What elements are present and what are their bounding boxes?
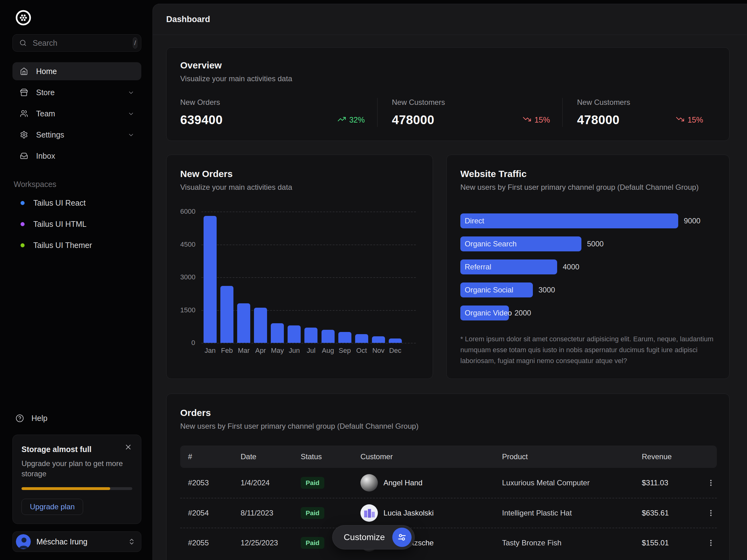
row-menu-button[interactable] <box>704 476 718 490</box>
table-row: #205512/25/2023PaidShem NitzscheTasty Br… <box>180 528 717 558</box>
column-header-date: Date <box>240 452 301 461</box>
traffic-row-direct: Direct9000 <box>460 213 716 229</box>
cell-order-id: #2054 <box>188 509 240 517</box>
sidebar-nav: HomeStoreTeamSettingsInbox <box>12 62 141 165</box>
orders-card: Orders New users by First user primary c… <box>166 394 729 560</box>
traffic-bar-organic-search: Organic Search <box>460 236 582 251</box>
sidebar-item-label: Team <box>36 109 128 118</box>
x-axis-tick: Feb <box>221 347 233 355</box>
workspace-list: Tailus UI ReactTailus UI HTMLTailus UI T… <box>12 194 141 254</box>
home-icon <box>20 67 28 75</box>
chevron-down-icon <box>128 89 134 96</box>
column-header-revenue: Revenue <box>642 452 704 461</box>
customer-name: Angel Hand <box>383 479 422 487</box>
sidebar-item-home[interactable]: Home <box>12 62 141 80</box>
new-orders-chart-subtitle: Visualize your main activities data <box>180 183 419 192</box>
page-title: Dashboard <box>166 15 210 24</box>
cell-order-id: #2053 <box>188 479 240 487</box>
traffic-row-organic-video: Organic Video2000 <box>460 305 716 320</box>
search-shortcut-key: / <box>133 37 137 49</box>
main-panel: Dashboard Overview Visualize your main a… <box>153 4 747 560</box>
website-traffic-subtitle: New users by First user primary channel … <box>460 183 716 192</box>
bar-may <box>271 323 284 343</box>
traffic-bar-label: Referral <box>465 263 491 271</box>
stat-trend-value: 15% <box>688 115 703 125</box>
website-traffic-title: Website Traffic <box>460 169 716 179</box>
user-menu[interactable]: Méschac Irung <box>12 531 141 552</box>
upgrade-plan-button[interactable]: Upgrade plan <box>22 499 83 515</box>
cell-status: Paid <box>301 507 360 519</box>
bar-jun <box>288 325 301 343</box>
x-axis-labels: JanFebMarAprMayJunJulAugSepOctNovDec <box>204 347 402 355</box>
help-icon <box>16 414 24 423</box>
search-box[interactable]: / <box>12 34 141 52</box>
x-axis-tick: Oct <box>355 347 368 355</box>
y-axis-tick: 6000 <box>180 208 195 216</box>
chevrons-up-down-icon <box>128 538 135 545</box>
stat-new-customers: New Customers47800015% <box>377 98 562 127</box>
overview-subtitle: Visualize your main activities data <box>180 74 716 83</box>
status-badge: Paid <box>301 537 324 549</box>
column-header-status: Status <box>301 452 360 461</box>
stats-row: New Orders63940032%New Customers47800015… <box>180 98 716 127</box>
y-axis-tick: 0 <box>180 339 195 347</box>
x-axis-tick: Mar <box>237 347 250 355</box>
sidebar-item-label: Home <box>36 67 134 76</box>
team-icon <box>20 109 28 117</box>
cell-customer: Angel Hand <box>360 474 502 491</box>
traffic-row-organic-search: Organic Search5000 <box>460 236 716 251</box>
workspace-item-tailus-ui-html[interactable]: Tailus UI HTML <box>12 215 141 233</box>
traffic-bar-direct: Direct <box>460 213 678 229</box>
bars <box>204 212 402 343</box>
stat-label: New Customers <box>392 98 550 107</box>
traffic-bar-organic-video: Organic Video <box>460 305 509 320</box>
row-menu-button[interactable] <box>704 536 718 550</box>
y-axis-tick: 1500 <box>180 306 195 314</box>
chevron-down-icon <box>128 110 134 117</box>
cell-date: 1/4/2024 <box>240 479 301 487</box>
stat-trend: 15% <box>522 115 550 125</box>
cell-order-id: #2055 <box>188 538 240 547</box>
bar-oct <box>355 334 368 343</box>
user-name: Méschac Irung <box>36 537 128 546</box>
workspace-dot-icon <box>21 201 25 205</box>
sidebar-item-settings[interactable]: Settings <box>12 126 141 144</box>
stat-trend-value: 15% <box>535 115 550 125</box>
row-menu-button[interactable] <box>704 506 718 520</box>
traffic-bar-label: Organic Search <box>465 240 517 248</box>
workspace-item-tailus-ui-themer[interactable]: Tailus UI Themer <box>12 236 141 254</box>
gridline <box>201 343 416 344</box>
x-axis-tick: Aug <box>321 347 335 355</box>
sidebar-item-store[interactable]: Store <box>12 83 141 101</box>
traffic-bar-value: 9000 <box>684 216 700 225</box>
table-body: #20531/4/2024PaidAngel HandLuxurious Met… <box>180 468 717 558</box>
bar-sep <box>338 332 352 343</box>
workspace-dot-icon <box>21 222 25 226</box>
overview-title: Overview <box>180 60 716 71</box>
chevron-down-icon <box>128 131 134 138</box>
workspace-item-tailus-ui-react[interactable]: Tailus UI React <box>12 194 141 212</box>
traffic-footnote: * Lorem ipsum dolor sit amet consectetur… <box>460 334 716 367</box>
sidebar-item-inbox[interactable]: Inbox <box>12 147 141 165</box>
traffic-bar-value: 3000 <box>538 286 555 294</box>
cell-product: Luxurious Metal Computer <box>502 479 642 487</box>
stat-label: New Orders <box>180 98 365 107</box>
sidebar-item-help[interactable]: Help <box>12 410 141 427</box>
customize-button[interactable]: Customize <box>332 525 415 550</box>
sidebar-item-team[interactable]: Team <box>12 105 141 123</box>
avatar <box>360 504 378 522</box>
overview-card: Overview Visualize your main activities … <box>166 47 729 141</box>
close-icon[interactable] <box>124 443 132 451</box>
workspace-label: Tailus UI Themer <box>33 241 92 250</box>
stat-new-customers: New Customers47800015% <box>562 98 716 127</box>
column-header-customer: Customer <box>360 452 502 461</box>
workspace-label: Tailus UI HTML <box>33 220 86 229</box>
workspace-dot-icon <box>21 243 25 247</box>
x-axis-tick: Dec <box>389 347 402 355</box>
bar-jan <box>204 216 216 343</box>
cell-customer: Lucia Jaskolski <box>360 504 502 522</box>
search-icon <box>19 39 27 47</box>
orders-title: Orders <box>180 407 717 418</box>
column-header-product: Product <box>502 452 642 461</box>
search-input[interactable] <box>33 38 133 48</box>
